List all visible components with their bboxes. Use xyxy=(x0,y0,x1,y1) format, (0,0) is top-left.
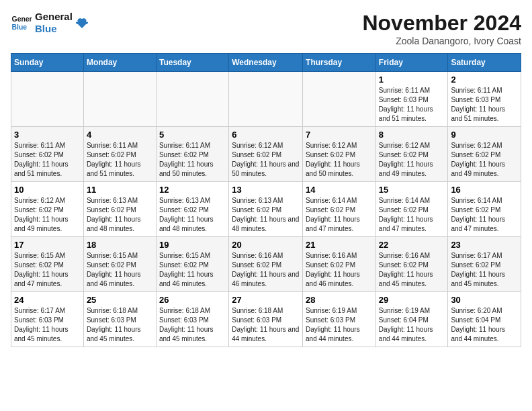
week-row-2: 10Sunrise: 6:12 AM Sunset: 6:02 PM Dayli… xyxy=(11,182,521,237)
calendar-cell: 1Sunrise: 6:11 AM Sunset: 6:03 PM Daylig… xyxy=(375,72,448,127)
day-info: Sunrise: 6:19 AM Sunset: 6:04 PM Dayligh… xyxy=(379,306,445,344)
logo-bird-icon xyxy=(75,16,89,30)
day-number: 30 xyxy=(451,295,518,305)
day-number: 25 xyxy=(87,295,153,305)
day-info: Sunrise: 6:19 AM Sunset: 6:03 PM Dayligh… xyxy=(306,306,373,344)
week-row-0: 1Sunrise: 6:11 AM Sunset: 6:03 PM Daylig… xyxy=(11,72,521,127)
calendar-cell: 26Sunrise: 6:18 AM Sunset: 6:03 PM Dayli… xyxy=(156,292,228,347)
day-number: 22 xyxy=(379,240,445,250)
day-number: 20 xyxy=(232,240,300,250)
calendar-cell: 4Sunrise: 6:11 AM Sunset: 6:02 PM Daylig… xyxy=(83,127,156,182)
svg-text:Blue: Blue xyxy=(12,24,28,31)
calendar-cell: 17Sunrise: 6:15 AM Sunset: 6:02 PM Dayli… xyxy=(11,237,84,292)
day-info: Sunrise: 6:18 AM Sunset: 6:03 PM Dayligh… xyxy=(87,306,153,344)
calendar-cell xyxy=(303,72,376,127)
calendar-cell: 7Sunrise: 6:12 AM Sunset: 6:02 PM Daylig… xyxy=(303,127,376,182)
day-number: 28 xyxy=(306,295,373,305)
day-info: Sunrise: 6:11 AM Sunset: 6:02 PM Dayligh… xyxy=(87,141,153,179)
calendar-cell: 10Sunrise: 6:12 AM Sunset: 6:02 PM Dayli… xyxy=(11,182,84,237)
day-info: Sunrise: 6:12 AM Sunset: 6:02 PM Dayligh… xyxy=(306,141,373,179)
day-info: Sunrise: 6:15 AM Sunset: 6:02 PM Dayligh… xyxy=(14,251,81,289)
calendar-cell xyxy=(229,72,303,127)
logo: General Blue General Blue xyxy=(11,11,89,35)
day-info: Sunrise: 6:13 AM Sunset: 6:02 PM Dayligh… xyxy=(159,196,226,234)
header-friday: Friday xyxy=(375,54,448,72)
day-info: Sunrise: 6:12 AM Sunset: 6:02 PM Dayligh… xyxy=(14,196,81,234)
page-header: General Blue General Blue November 2024 … xyxy=(11,11,521,46)
calendar-cell: 13Sunrise: 6:13 AM Sunset: 6:02 PM Dayli… xyxy=(229,182,303,237)
week-row-3: 17Sunrise: 6:15 AM Sunset: 6:02 PM Dayli… xyxy=(11,237,521,292)
day-info: Sunrise: 6:11 AM Sunset: 6:03 PM Dayligh… xyxy=(379,86,445,124)
calendar-cell: 12Sunrise: 6:13 AM Sunset: 6:02 PM Dayli… xyxy=(156,182,228,237)
header-tuesday: Tuesday xyxy=(156,54,228,72)
header-monday: Monday xyxy=(83,54,156,72)
day-number: 18 xyxy=(87,240,153,250)
header-thursday: Thursday xyxy=(303,54,376,72)
day-info: Sunrise: 6:15 AM Sunset: 6:02 PM Dayligh… xyxy=(87,251,153,289)
day-info: Sunrise: 6:12 AM Sunset: 6:02 PM Dayligh… xyxy=(379,141,445,179)
day-number: 2 xyxy=(451,75,518,85)
calendar-cell xyxy=(156,72,228,127)
calendar-cell: 9Sunrise: 6:12 AM Sunset: 6:02 PM Daylig… xyxy=(448,127,521,182)
header-saturday: Saturday xyxy=(448,54,521,72)
calendar-cell: 5Sunrise: 6:11 AM Sunset: 6:02 PM Daylig… xyxy=(156,127,228,182)
calendar-cell: 30Sunrise: 6:20 AM Sunset: 6:04 PM Dayli… xyxy=(448,292,521,347)
calendar-table: SundayMondayTuesdayWednesdayThursdayFrid… xyxy=(11,53,521,347)
day-number: 13 xyxy=(232,185,300,195)
svg-text:General: General xyxy=(12,15,32,23)
calendar-cell: 8Sunrise: 6:12 AM Sunset: 6:02 PM Daylig… xyxy=(375,127,448,182)
day-number: 6 xyxy=(232,130,300,140)
day-info: Sunrise: 6:12 AM Sunset: 6:02 PM Dayligh… xyxy=(232,141,300,179)
calendar-cell xyxy=(83,72,156,127)
month-title: November 2024 xyxy=(362,11,521,36)
calendar-cell: 23Sunrise: 6:17 AM Sunset: 6:02 PM Dayli… xyxy=(448,237,521,292)
calendar-cell: 18Sunrise: 6:15 AM Sunset: 6:02 PM Dayli… xyxy=(83,237,156,292)
title-block: November 2024 Zoola Danangoro, Ivory Coa… xyxy=(362,11,521,46)
day-number: 16 xyxy=(451,185,518,195)
day-info: Sunrise: 6:16 AM Sunset: 6:02 PM Dayligh… xyxy=(232,251,300,289)
day-number: 17 xyxy=(14,240,81,250)
calendar-cell: 22Sunrise: 6:16 AM Sunset: 6:02 PM Dayli… xyxy=(375,237,448,292)
day-info: Sunrise: 6:18 AM Sunset: 6:03 PM Dayligh… xyxy=(159,306,226,344)
day-number: 29 xyxy=(379,295,445,305)
calendar-header: SundayMondayTuesdayWednesdayThursdayFrid… xyxy=(11,54,521,72)
day-number: 12 xyxy=(159,185,226,195)
calendar-cell: 6Sunrise: 6:12 AM Sunset: 6:02 PM Daylig… xyxy=(229,127,303,182)
day-number: 14 xyxy=(306,185,373,195)
calendar-cell: 24Sunrise: 6:17 AM Sunset: 6:03 PM Dayli… xyxy=(11,292,84,347)
calendar-cell: 27Sunrise: 6:18 AM Sunset: 6:03 PM Dayli… xyxy=(229,292,303,347)
week-row-1: 3Sunrise: 6:11 AM Sunset: 6:02 PM Daylig… xyxy=(11,127,521,182)
calendar-cell: 15Sunrise: 6:14 AM Sunset: 6:02 PM Dayli… xyxy=(375,182,448,237)
day-info: Sunrise: 6:16 AM Sunset: 6:02 PM Dayligh… xyxy=(306,251,373,289)
day-info: Sunrise: 6:13 AM Sunset: 6:02 PM Dayligh… xyxy=(232,196,300,234)
calendar-cell: 2Sunrise: 6:11 AM Sunset: 6:03 PM Daylig… xyxy=(448,72,521,127)
calendar-cell: 16Sunrise: 6:14 AM Sunset: 6:02 PM Dayli… xyxy=(448,182,521,237)
day-number: 21 xyxy=(306,240,373,250)
day-number: 5 xyxy=(159,130,226,140)
calendar-cell: 28Sunrise: 6:19 AM Sunset: 6:03 PM Dayli… xyxy=(303,292,376,347)
day-info: Sunrise: 6:17 AM Sunset: 6:03 PM Dayligh… xyxy=(14,306,81,344)
day-number: 3 xyxy=(14,130,81,140)
day-number: 11 xyxy=(87,185,153,195)
day-number: 23 xyxy=(451,240,518,250)
calendar-cell: 11Sunrise: 6:13 AM Sunset: 6:02 PM Dayli… xyxy=(83,182,156,237)
day-number: 4 xyxy=(87,130,153,140)
calendar-cell: 14Sunrise: 6:14 AM Sunset: 6:02 PM Dayli… xyxy=(303,182,376,237)
day-number: 26 xyxy=(159,295,226,305)
day-info: Sunrise: 6:20 AM Sunset: 6:04 PM Dayligh… xyxy=(451,306,518,344)
day-info: Sunrise: 6:14 AM Sunset: 6:02 PM Dayligh… xyxy=(379,196,445,234)
calendar-cell: 3Sunrise: 6:11 AM Sunset: 6:02 PM Daylig… xyxy=(11,127,84,182)
day-info: Sunrise: 6:17 AM Sunset: 6:02 PM Dayligh… xyxy=(451,251,518,289)
calendar-body: 1Sunrise: 6:11 AM Sunset: 6:03 PM Daylig… xyxy=(11,72,521,347)
logo-general: General xyxy=(35,11,73,23)
day-info: Sunrise: 6:11 AM Sunset: 6:02 PM Dayligh… xyxy=(14,141,81,179)
day-number: 10 xyxy=(14,185,81,195)
calendar-cell xyxy=(11,72,84,127)
location-subtitle: Zoola Danangoro, Ivory Coast xyxy=(362,36,521,46)
calendar-cell: 25Sunrise: 6:18 AM Sunset: 6:03 PM Dayli… xyxy=(83,292,156,347)
header-wednesday: Wednesday xyxy=(229,54,303,72)
day-info: Sunrise: 6:13 AM Sunset: 6:02 PM Dayligh… xyxy=(87,196,153,234)
day-number: 19 xyxy=(159,240,226,250)
day-info: Sunrise: 6:12 AM Sunset: 6:02 PM Dayligh… xyxy=(451,141,518,179)
logo-icon: General Blue xyxy=(11,12,32,34)
